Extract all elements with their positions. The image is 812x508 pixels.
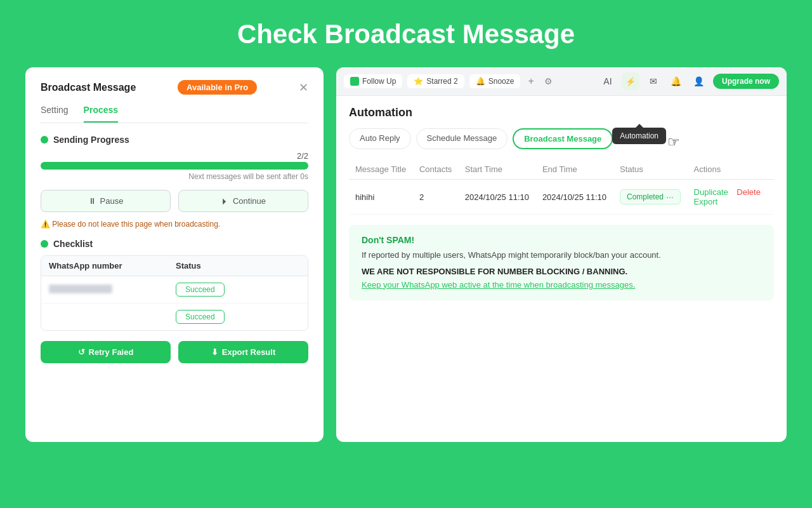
browser-bar: Follow Up ⭐ Starred 2 🔔 Snooze + ⚙ AI ⚡ … (336, 67, 787, 96)
automation-icon-btn[interactable]: ⚡ (622, 72, 639, 90)
user-icon[interactable]: 👤 (690, 72, 708, 90)
export-icon: ⬇ (211, 347, 218, 357)
pause-button[interactable]: ⏸ Pause (41, 190, 171, 212)
follow-up-label: Follow Up (362, 77, 396, 86)
starred-label: Starred 2 (426, 77, 457, 86)
end-time-cell: 2024/10/25 11:10 (536, 180, 613, 215)
status-cell: Completed ··· (613, 180, 688, 215)
retry-button[interactable]: ↺ Retry Faied (41, 341, 171, 363)
browser-icons-right: AI ⚡ ✉ 🔔 👤 Upgrade now (599, 72, 779, 90)
page-title: Check Broadcast Message (237, 19, 575, 50)
automation-title: Automation (349, 106, 774, 119)
duplicate-link[interactable]: Duplicate (694, 187, 728, 197)
actions-cell: Duplicate Delete Export (688, 180, 774, 215)
left-panel-title: Broadcast Message (41, 82, 136, 93)
col-start-time: Start Time (459, 159, 536, 180)
number-blur-1 (49, 284, 112, 293)
upgrade-button[interactable]: Upgrade now (713, 74, 779, 89)
tabs-bar: Setting Process (41, 105, 308, 123)
retry-icon: ↺ (78, 347, 85, 357)
col-status: Status (613, 159, 688, 180)
status-badge-2: Succeed (176, 310, 225, 324)
tab-setting[interactable]: Setting (41, 105, 69, 123)
follow-up-icon (350, 77, 359, 86)
continue-button[interactable]: ⏵ Continue (178, 190, 308, 212)
col-whatsapp: WhatsApp number (41, 256, 168, 276)
automation-tabs: Auto Reply Schedule Message Broadcast Me… (349, 128, 774, 149)
col-message-title: Message Title (349, 159, 413, 180)
panels-row: Broadcast Message Available in Pro ✕ Set… (25, 67, 787, 442)
warning-text: ⚠️ Please do not leave this page when br… (41, 220, 308, 229)
export-result-button[interactable]: ⬇ Export Result (178, 341, 308, 363)
export-link[interactable]: Export (694, 197, 718, 206)
start-time-cell: 2024/10/25 11:10 (459, 180, 536, 215)
status-badge-1: Succeed (176, 283, 225, 297)
col-status: Status (168, 256, 308, 276)
bell-icon[interactable]: 🔔 (667, 72, 685, 90)
auto-tab-reply[interactable]: Auto Reply (349, 128, 411, 149)
progress-bar-wrap (41, 162, 308, 170)
tab-snooze[interactable]: 🔔 Snooze (469, 74, 521, 88)
snooze-label: Snooze (488, 77, 514, 86)
number-cell-2 (41, 311, 168, 323)
completed-badge: Completed ··· (620, 189, 681, 204)
left-panel: Broadcast Message Available in Pro ✕ Set… (25, 67, 324, 442)
right-panel: Follow Up ⭐ Starred 2 🔔 Snooze + ⚙ AI ⚡ … (336, 67, 787, 442)
close-button[interactable]: ✕ (299, 81, 308, 95)
status-cell-2: Succeed (168, 304, 308, 330)
dot-icon-2 (41, 240, 48, 248)
checklist-table: WhatsApp number Status Succeed Succeed (41, 255, 308, 331)
col-actions: Actions (688, 159, 774, 180)
spam-link[interactable]: Keep your WhatsApp web active at the tim… (362, 280, 635, 290)
right-content: Automation ☞ Automation Auto Reply Sched… (336, 96, 787, 442)
status-cell-1: Succeed (168, 276, 308, 303)
dot-icon (41, 136, 48, 144)
progress-count: 2/2 (41, 151, 308, 161)
checklist-row: Succeed (41, 276, 308, 304)
continue-icon: ⏵ (221, 196, 229, 206)
tab-starred[interactable]: ⭐ Starred 2 (407, 74, 464, 88)
automation-tooltip: Automation (612, 128, 666, 144)
auto-tab-broadcast[interactable]: Broadcast Message (513, 128, 613, 149)
tab-process[interactable]: Process (84, 105, 118, 123)
spam-text1: If reported by multiple users, WhatsApp … (362, 249, 761, 262)
table-row: hihihi 2 2024/10/25 11:10 2024/10/25 11:… (349, 180, 774, 215)
broadcast-table: Message Title Contacts Start Time End Ti… (349, 159, 774, 215)
filter-icon[interactable]: ⚙ (542, 76, 555, 86)
star-icon: ⭐ (414, 77, 423, 86)
pro-badge: Available in Pro (178, 80, 257, 95)
spam-title: Don't SPAM! (362, 235, 761, 245)
checklist-title: Checklist (41, 239, 308, 249)
pause-icon: ⏸ (88, 196, 96, 206)
bottom-buttons: ↺ Retry Faied ⬇ Export Result (41, 341, 308, 363)
dots-icon[interactable]: ··· (666, 192, 674, 202)
number-cell-1 (41, 278, 168, 302)
add-tab-button[interactable]: + (525, 76, 536, 87)
email-icon[interactable]: ✉ (645, 72, 662, 90)
cursor-icon: ☞ (667, 134, 680, 150)
pause-continue-row: ⏸ Pause ⏵ Continue (41, 190, 308, 212)
checklist-row-2: Succeed (41, 304, 308, 330)
ai-icon[interactable]: AI (599, 72, 617, 90)
msg-title-cell: hihihi (349, 180, 413, 215)
spam-warning: Don't SPAM! If reported by multiple user… (349, 225, 774, 300)
col-end-time: End Time (536, 159, 613, 180)
auto-tab-schedule[interactable]: Schedule Message (416, 128, 508, 149)
next-msg-label: Next messages will be sent after 0s (41, 172, 308, 181)
snooze-icon: 🔔 (476, 77, 485, 86)
spam-bold: WE ARE NOT RESPONSIBLE FOR NUMBER BLOCKI… (362, 267, 761, 276)
contacts-cell: 2 (413, 180, 459, 215)
progress-bar-fill (41, 162, 308, 170)
delete-link[interactable]: Delete (737, 187, 761, 197)
tab-follow-up[interactable]: Follow Up (344, 74, 402, 88)
checklist-header: WhatsApp number Status (41, 256, 308, 276)
col-contacts: Contacts (413, 159, 459, 180)
sending-progress-label: Sending Progress (41, 135, 308, 145)
panel-header: Broadcast Message Available in Pro ✕ (41, 80, 308, 95)
